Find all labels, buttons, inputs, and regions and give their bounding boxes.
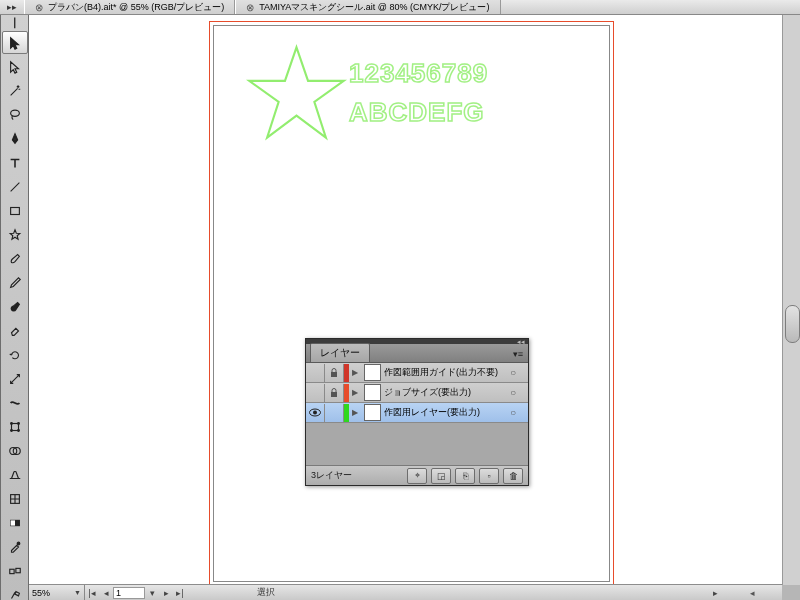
svg-point-1 (14, 138, 16, 140)
artwork-star[interactable] (244, 41, 349, 146)
svg-rect-17 (331, 392, 337, 397)
svg-point-13 (17, 542, 20, 545)
first-artboard-button[interactable]: |◂ (85, 588, 99, 598)
artwork-text-line1: 123456789 (349, 54, 488, 93)
symbol-sprayer-tool[interactable] (2, 583, 28, 600)
svg-point-5 (17, 422, 19, 424)
document-tab-1[interactable]: ⊗ プラバン(B4).ait* @ 55% (RGB/プレビュー) (24, 0, 235, 14)
blend-tool[interactable] (2, 559, 28, 582)
star-tool[interactable] (2, 223, 28, 246)
disclosure-triangle-icon[interactable]: ▶ (349, 388, 361, 397)
pencil-tool[interactable] (2, 271, 28, 294)
tab-label: プラバン(B4).ait* @ 55% (RGB/プレビュー) (48, 1, 224, 14)
toolbox: ┃ (0, 15, 29, 600)
layers-panel-footer: 3レイヤー ⌖ ◲ ⎘ ▫ 🗑 (306, 466, 528, 485)
layer-count-label: 3レイヤー (311, 469, 352, 482)
make-clipping-mask-button[interactable]: ◲ (431, 468, 451, 484)
artwork-text[interactable]: 123456789 ABCDEFG (349, 54, 488, 132)
layers-tab[interactable]: レイヤー (310, 343, 370, 362)
status-text: 選択 (257, 586, 275, 599)
prev-artboard-button[interactable]: ◂ (99, 588, 113, 598)
next-artboard-button[interactable]: ▸ (159, 588, 173, 598)
width-tool[interactable] (2, 391, 28, 414)
type-tool[interactable] (2, 151, 28, 174)
visibility-toggle[interactable] (306, 384, 325, 402)
new-layer-button[interactable]: ▫ (479, 468, 499, 484)
shape-builder-tool[interactable] (2, 439, 28, 462)
lock-toggle[interactable] (325, 384, 344, 402)
layer-name-label[interactable]: 作図範囲用ガイド(出力不要) (384, 366, 506, 379)
toolbox-grip-icon[interactable]: ┃ (1, 19, 28, 27)
vertical-scrollbar[interactable] (782, 15, 800, 585)
layer-thumbnail[interactable] (364, 384, 381, 401)
svg-point-6 (10, 429, 12, 431)
expand-panels-icon[interactable]: ▸▸ (0, 2, 24, 12)
layers-empty-area (306, 423, 528, 466)
svg-point-4 (10, 422, 12, 424)
rotate-tool[interactable] (2, 343, 28, 366)
status-bar: 55% ▼ |◂ ◂ 1 ▾ ▸ ▸| 選択 ▸ ◂ (28, 584, 782, 600)
svg-point-19 (313, 411, 317, 415)
scale-tool[interactable] (2, 367, 28, 390)
visibility-toggle[interactable] (306, 404, 325, 422)
target-icon[interactable]: ○ (506, 367, 520, 378)
layer-thumbnail[interactable] (364, 364, 381, 381)
target-icon[interactable]: ○ (506, 407, 520, 418)
canvas[interactable]: 123456789 ABCDEFG (28, 15, 782, 585)
panel-menu-icon[interactable]: ▾≡ (508, 346, 528, 362)
disclosure-triangle-icon[interactable]: ▶ (349, 408, 361, 417)
delete-layer-button[interactable]: 🗑 (503, 468, 523, 484)
tab-label: TAMIYAマスキングシール.ait @ 80% (CMYK/プレビュー) (259, 1, 489, 14)
layers-panel[interactable]: ◂◂ レイヤー ▾≡ ▶ 作図範囲用ガイド(出力不要) ○ ▶ ジョブサイズ(要… (305, 338, 529, 486)
eyedropper-tool[interactable] (2, 535, 28, 558)
lock-toggle[interactable] (325, 364, 344, 382)
eraser-tool[interactable] (2, 319, 28, 342)
status-menu-icon[interactable]: ▸ (708, 588, 722, 598)
zoom-value: 55% (32, 588, 50, 598)
lasso-tool[interactable] (2, 103, 28, 126)
close-icon[interactable]: ⊗ (246, 2, 254, 13)
mesh-tool[interactable] (2, 487, 28, 510)
disclosure-triangle-icon[interactable]: ▶ (349, 368, 361, 377)
svg-rect-14 (9, 569, 13, 573)
free-transform-tool[interactable] (2, 415, 28, 438)
zoom-field[interactable]: 55% ▼ (28, 585, 85, 600)
gradient-tool[interactable] (2, 511, 28, 534)
hscroll-left-icon[interactable]: ◂ (722, 588, 782, 598)
svg-rect-15 (15, 568, 19, 572)
zoom-menu-icon[interactable]: ▼ (74, 589, 84, 596)
svg-rect-12 (10, 520, 14, 525)
svg-point-7 (17, 429, 19, 431)
magic-wand-tool[interactable] (2, 79, 28, 102)
layer-thumbnail[interactable] (364, 404, 381, 421)
layer-row[interactable]: ▶ 作図範囲用ガイド(出力不要) ○ (306, 363, 528, 383)
lock-toggle[interactable] (325, 404, 344, 422)
blob-brush-tool[interactable] (2, 295, 28, 318)
artboard: 123456789 ABCDEFG (213, 25, 610, 582)
rectangle-tool[interactable] (2, 199, 28, 222)
visibility-toggle[interactable] (306, 364, 325, 382)
layer-row[interactable]: ▶ 作図用レイヤー(要出力) ○ (306, 403, 528, 423)
new-sublayer-button[interactable]: ⎘ (455, 468, 475, 484)
pen-tool[interactable] (2, 127, 28, 150)
artwork-text-line2: ABCDEFG (349, 93, 488, 132)
scrollbar-thumb[interactable] (785, 305, 800, 343)
layer-name-label[interactable]: 作図用レイヤー(要出力) (384, 406, 506, 419)
paintbrush-tool[interactable] (2, 247, 28, 270)
close-icon[interactable]: ⊗ (35, 2, 43, 13)
document-tab-bar: ▸▸ ⊗ プラバン(B4).ait* @ 55% (RGB/プレビュー) ⊗ T… (0, 0, 800, 15)
canvas-workspace: 123456789 ABCDEFG (28, 15, 782, 585)
target-icon[interactable]: ○ (506, 387, 520, 398)
line-tool[interactable] (2, 175, 28, 198)
layer-row[interactable]: ▶ ジョブサイズ(要出力) ○ (306, 383, 528, 403)
direct-selection-tool[interactable] (2, 55, 28, 78)
document-tab-2[interactable]: ⊗ TAMIYAマスキングシール.ait @ 80% (CMYK/プレビュー) (235, 0, 500, 14)
locate-object-button[interactable]: ⌖ (407, 468, 427, 484)
layer-name-label[interactable]: ジョブサイズ(要出力) (384, 386, 506, 399)
perspective-grid-tool[interactable] (2, 463, 28, 486)
artboard-menu-icon[interactable]: ▾ (145, 588, 159, 598)
selection-tool[interactable] (2, 31, 28, 54)
svg-rect-16 (331, 372, 337, 377)
last-artboard-button[interactable]: ▸| (173, 588, 187, 598)
artboard-number-field[interactable]: 1 (113, 587, 145, 599)
